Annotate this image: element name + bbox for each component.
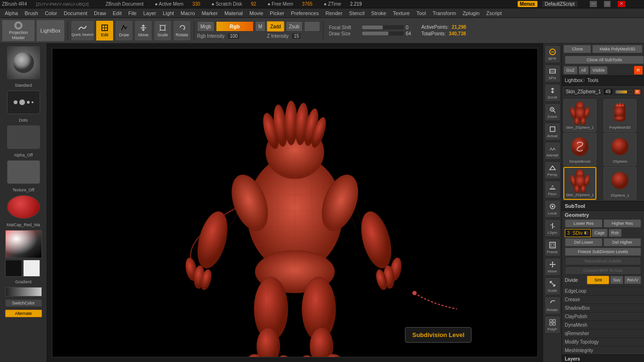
menu-marker[interactable]: Marker (199, 9, 221, 17)
layers-header[interactable]: Layers (562, 354, 644, 362)
script-name[interactable]: DefaultZScript (542, 1, 578, 7)
aahalf-button[interactable]: AA AAHalf (545, 142, 561, 160)
del-higher-button[interactable]: Del Higher (603, 238, 641, 247)
del-lower-button[interactable]: Del Lower (565, 238, 603, 247)
persp-button[interactable]: Persp (545, 161, 561, 179)
menu-stencil[interactable]: Stencil (346, 9, 367, 17)
material-preview[interactable] (7, 195, 40, 219)
menu-texture[interactable]: Texture (390, 9, 413, 17)
bpr-button[interactable]: BPR (545, 45, 561, 63)
floor-button[interactable]: Floor (545, 181, 561, 198)
menu-zscript[interactable]: Zscript (483, 9, 504, 17)
menu-file[interactable]: File (125, 9, 140, 17)
menu-layer[interactable]: Layer (140, 9, 159, 17)
visible-button[interactable]: Visible (590, 66, 608, 74)
cage-button[interactable]: Cage (592, 229, 608, 237)
sdiv-track[interactable] (584, 231, 588, 235)
reconstruct-subdiv-button[interactable]: Reconstruct Subdiv (565, 257, 641, 265)
claypolish-item[interactable]: ClayPolish (562, 312, 644, 321)
menu-picker[interactable]: Picker (267, 9, 287, 17)
menu-document[interactable]: Document (61, 9, 90, 17)
edit-button[interactable]: Edit (96, 20, 114, 41)
modify-topology-item[interactable]: Modify Topology (562, 337, 644, 346)
menu-movie[interactable]: Movie (247, 9, 266, 17)
swatch-white[interactable] (23, 260, 40, 277)
sdiv-box[interactable]: 3 SDiv (565, 229, 591, 237)
scale-tool-button[interactable]: Scale (545, 277, 561, 295)
all-button[interactable]: All (578, 66, 589, 74)
goz-button[interactable]: GoZ (563, 66, 578, 74)
move-tool-button[interactable]: Move (545, 258, 561, 276)
freeze-subdiv-button[interactable]: Freeze SubDivision Levels (565, 247, 641, 256)
dynamesh-item[interactable]: DynaMesh (562, 321, 644, 329)
qremesher-item[interactable]: qRemesher (562, 329, 644, 337)
skin-slider[interactable]: Skin_ZSphere_1 49 R (563, 87, 643, 97)
m-button[interactable]: M (255, 21, 265, 32)
mrgb-button[interactable]: Mrgb (197, 21, 215, 32)
menu-zplugin[interactable]: Zplugin (460, 9, 482, 17)
scroll-button[interactable]: Scroll (545, 84, 561, 102)
frame-button[interactable]: Frame (545, 239, 561, 256)
tool-thumb-polymesh[interactable]: PolyMesh3D (603, 99, 636, 132)
move-button[interactable]: Move (134, 20, 152, 41)
menu-render[interactable]: Render (322, 9, 345, 17)
rgb-swatch[interactable]: Rgb (216, 21, 254, 32)
scale-button[interactable]: Scale (154, 20, 172, 41)
make-polymesh-button[interactable]: Make PolyMesh3D (592, 45, 643, 53)
higher-res-button[interactable]: Higher Res (603, 219, 641, 228)
menu-preferences[interactable]: Preferences (288, 9, 322, 17)
quick-sketch-button[interactable]: Quick Sketch (71, 20, 94, 41)
crease-item[interactable]: Crease (562, 295, 644, 304)
tool-thumb-skin2[interactable]: Skin_ZSphere_1 (563, 167, 596, 200)
win-max[interactable]: □ (604, 1, 611, 7)
texture-preview[interactable] (7, 160, 40, 184)
shadowbox-item[interactable]: ShadowBox (562, 304, 644, 312)
alpha-preview[interactable] (7, 125, 40, 149)
actual-button[interactable]: Actual (545, 123, 561, 140)
menu-tool[interactable]: Tool (413, 9, 429, 17)
suv-button[interactable]: Suv (610, 276, 623, 284)
draw-button[interactable]: Draw (115, 20, 133, 41)
zadd-button[interactable]: Zadd (267, 21, 284, 32)
menu-transform[interactable]: Transform (429, 9, 459, 17)
rotate-button[interactable]: Rotate (173, 20, 191, 41)
convert-bpr-button[interactable]: Convert BPR To Geo (565, 266, 641, 275)
win-close[interactable]: ✕ (618, 1, 625, 7)
smt-button[interactable]: Smt (587, 276, 609, 284)
menu-material[interactable]: Material (222, 9, 246, 17)
alternate-button[interactable]: Alternate (5, 310, 42, 317)
tool-thumb-zsphere2[interactable]: ZSphere_1 (603, 167, 636, 200)
switch-color-button[interactable]: SwitchColor (5, 299, 42, 307)
projection-master-button[interactable]: ProjectionMaster (2, 20, 35, 41)
menu-edit[interactable]: Edit (110, 9, 124, 17)
zoom-button[interactable]: Zoom (545, 103, 561, 121)
clone-all-subtools-button[interactable]: Clone All SubTools (565, 56, 644, 64)
draw-size-track[interactable] (362, 31, 404, 36)
menu-light[interactable]: Light (160, 9, 177, 17)
lsym-button[interactable]: LSym (545, 219, 561, 237)
menu-color[interactable]: Color (42, 9, 60, 17)
swatch-black[interactable] (5, 260, 22, 277)
zsub-button[interactable]: Zsub (286, 21, 303, 32)
spix-button[interactable]: SPix (545, 65, 561, 82)
local-button[interactable]: Local (545, 200, 561, 218)
color-picker[interactable] (5, 230, 42, 258)
menus-button[interactable]: Menus (518, 1, 537, 7)
lightbox-button[interactable]: LightBox (36, 20, 65, 41)
gradient-bar[interactable] (5, 287, 42, 296)
win-min[interactable]: ─ (590, 1, 597, 7)
reuv-button[interactable]: ReUV (624, 276, 641, 284)
tool-thumb-skin-zsphere[interactable]: Skin_ZSphere_1 (563, 99, 596, 132)
menu-draw[interactable]: Draw (91, 9, 109, 17)
dots-preview[interactable] (7, 90, 40, 114)
polyf-button[interactable]: PolyF (545, 316, 561, 334)
brush-preview[interactable] (7, 46, 40, 79)
rstr-button[interactable]: Rstr (609, 229, 622, 237)
menu-alpha[interactable]: Alpha (2, 9, 21, 17)
menu-stroke[interactable]: Stroke (368, 9, 389, 17)
subtool-section[interactable]: SubTool (562, 201, 644, 210)
meshintegrity-item[interactable]: MeshIntegrity (562, 346, 644, 354)
menu-brush[interactable]: Brush (22, 9, 41, 17)
rgb-intensity-value[interactable]: 100 (227, 33, 240, 40)
menu-macro[interactable]: Macro (178, 9, 198, 17)
